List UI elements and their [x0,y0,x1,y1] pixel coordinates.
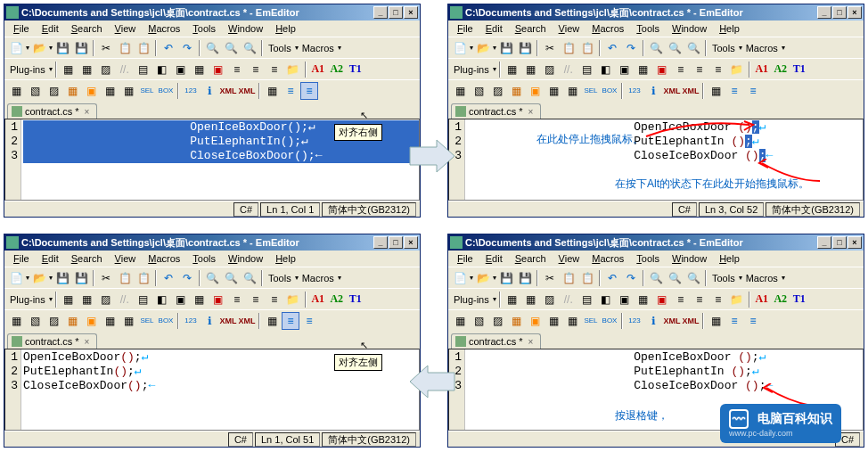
btn-icon[interactable]: ▦ [63,312,81,330]
plugin-icon[interactable]: 📁 [284,61,302,78]
menu-help[interactable]: Help [714,22,745,35]
undo-icon[interactable]: ↶ [160,269,177,287]
btn-icon[interactable]: ▦ [7,82,25,100]
macros-label[interactable]: Macros [299,273,337,284]
i-icon[interactable]: ℹ [201,312,218,330]
a1-icon[interactable]: A1 [309,291,327,308]
plugin-icon[interactable]: 📁 [284,291,302,308]
findnext-icon[interactable]: 🔍 [684,269,702,287]
plugin-icon[interactable]: ▣ [209,61,227,78]
plugin-icon[interactable]: ▦ [504,291,521,308]
plugin-icon[interactable]: ≡ [691,291,708,308]
btn-icon[interactable]: ▦ [545,312,562,330]
menu-macros[interactable]: Macros [586,252,629,265]
titlebar[interactable]: C:\Documents and Settings\jcl\桌面\contrac… [4,4,420,21]
plugin-icon[interactable]: ▦ [635,291,652,308]
redo-icon[interactable]: ↷ [622,39,640,57]
save-icon[interactable]: 💾 [53,269,71,287]
btn-icon[interactable]: ▦ [63,82,81,100]
align-icon[interactable]: ▦ [263,82,281,100]
save-icon[interactable]: 💾 [53,39,71,57]
tab-contract[interactable]: contract.cs * × [7,103,97,119]
menu-view[interactable]: View [110,22,142,35]
plugins-label[interactable]: Plug-ins [7,64,48,75]
minimize-button[interactable]: _ [373,236,388,249]
plugin-icon[interactable]: ▣ [653,291,671,308]
menu-file[interactable]: File [452,252,479,265]
plugin-icon[interactable]: ▤ [135,61,152,78]
btn-icon[interactable]: ▦ [545,82,562,100]
menu-file[interactable]: File [8,252,35,265]
plugin-icon[interactable]: ◧ [597,61,615,78]
num-icon[interactable]: 123 [626,82,643,100]
t1-icon[interactable]: T1 [790,291,808,308]
plugin-icon[interactable]: //. [560,291,577,308]
xml-icon[interactable]: XML [682,312,700,330]
paste-icon[interactable]: 📋 [135,39,152,57]
xml-icon[interactable]: XML [238,82,256,100]
btn-icon[interactable]: ▦ [101,82,119,100]
plugin-icon[interactable]: ≡ [228,61,246,78]
a2-icon[interactable]: A2 [772,291,790,308]
undo-icon[interactable]: ↶ [603,39,621,57]
open-icon[interactable]: 📂 [30,269,48,287]
a1-icon[interactable]: A1 [753,291,771,308]
plugin-icon[interactable]: ▦ [191,291,209,308]
plugin-icon[interactable]: //. [116,61,134,78]
cut-icon[interactable]: ✂ [541,39,559,57]
copy-icon[interactable]: 📋 [116,269,134,287]
paste-icon[interactable]: 📋 [135,269,152,287]
tools-label[interactable]: Tools [709,273,738,284]
maximize-button[interactable]: □ [832,236,847,249]
cut-icon[interactable]: ✂ [97,39,115,57]
xml-icon[interactable]: XML [219,312,237,330]
btn-icon[interactable]: ▦ [507,82,525,100]
menu-macros[interactable]: Macros [143,22,185,35]
copy-icon[interactable]: 📋 [560,39,577,57]
copy-icon[interactable]: 📋 [560,269,577,287]
plugin-icon[interactable]: ≡ [266,291,283,308]
menu-window[interactable]: Window [667,22,712,35]
btn-icon[interactable]: ▨ [488,82,506,100]
menu-tools[interactable]: Tools [631,22,665,35]
plugin-icon[interactable]: ▣ [616,291,634,308]
menu-edit[interactable]: Edit [37,22,64,35]
sel-icon[interactable]: SEL [138,312,156,330]
xml-icon[interactable]: XML [238,312,256,330]
align-right-icon[interactable]: ≡ [300,312,318,330]
saveall-icon[interactable]: 💾 [72,39,90,57]
tab-close-icon[interactable]: × [528,107,534,117]
btn-icon[interactable]: ▧ [470,312,487,330]
menu-window[interactable]: Window [667,252,712,265]
redo-icon[interactable]: ↷ [622,269,640,287]
menu-view[interactable]: View [553,22,585,35]
plugin-icon[interactable]: ▨ [97,291,115,308]
cut-icon[interactable]: ✂ [97,269,115,287]
a2-icon[interactable]: A2 [772,61,790,78]
xml-icon[interactable]: XML [682,82,700,100]
tab-close-icon[interactable]: × [85,107,90,117]
plugin-icon[interactable]: ▤ [578,291,596,308]
tools-label[interactable]: Tools [709,43,738,53]
menu-search[interactable]: Search [510,252,552,265]
menu-edit[interactable]: Edit [37,252,64,265]
t1-icon[interactable]: T1 [790,61,808,78]
i-icon[interactable]: ℹ [644,312,662,330]
close-button[interactable]: × [404,6,418,19]
align-icon[interactable]: ▦ [707,312,725,330]
plugin-icon[interactable]: ≡ [228,291,246,308]
menu-window[interactable]: Window [223,252,268,265]
plugin-icon[interactable]: ▦ [522,291,540,308]
plugin-icon[interactable]: ▦ [191,61,209,78]
box-icon[interactable]: BOX [157,82,175,100]
menu-view[interactable]: View [110,252,142,265]
undo-icon[interactable]: ↶ [160,39,177,57]
menu-macros[interactable]: Macros [586,22,629,35]
saveall-icon[interactable]: 💾 [516,39,534,57]
align-right-icon[interactable]: ≡ [744,312,762,330]
menu-help[interactable]: Help [270,252,301,265]
find-icon[interactable]: 🔍 [203,39,221,57]
findnext-icon[interactable]: 🔍 [241,269,258,287]
plugin-icon[interactable]: ▨ [541,291,559,308]
btn-icon[interactable]: ▧ [26,312,44,330]
